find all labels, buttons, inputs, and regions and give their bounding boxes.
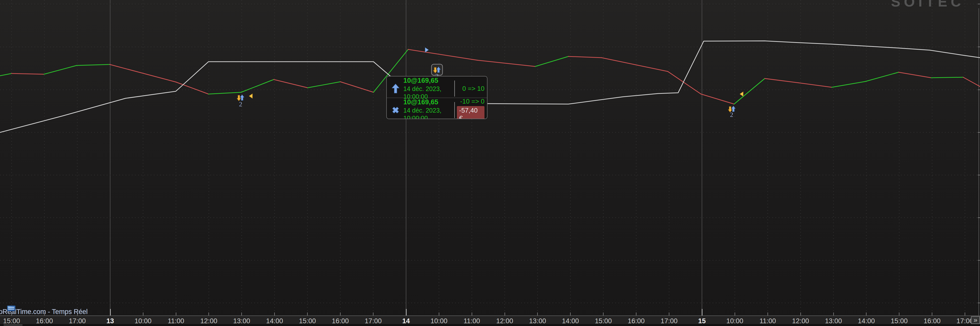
trade-tooltip: 10@169,65 14 déc. 2023, 10:00:00 0 => 10… [386, 76, 487, 119]
time-axis-tick [307, 312, 308, 315]
price-segment [568, 56, 601, 58]
price-segment [274, 79, 308, 88]
time-axis-tick [899, 312, 899, 315]
time-axis-tick [965, 312, 965, 315]
trailing-stop-line [0, 41, 980, 132]
trade-size-price: 10@169,65 [403, 98, 454, 106]
time-axis-tick [669, 312, 669, 315]
chart-plot-area[interactable]: 222 [0, 0, 980, 315]
price-segment [340, 82, 374, 92]
price-segment [832, 81, 865, 87]
time-axis-tick [373, 312, 374, 315]
price-segment [44, 65, 76, 74]
symbol-watermark: SOITEC [891, 0, 964, 10]
price-segment [535, 56, 568, 66]
tooltip-row-entry: 10@169,65 14 déc. 2023, 10:00:00 0 => 10 [387, 76, 487, 98]
price-segment [110, 65, 176, 82]
time-axis-tick [833, 312, 834, 315]
position-change: -10 => 0 [460, 98, 484, 105]
trade-size-price: 10@169,65 [403, 76, 454, 85]
exit-triangle-icon[interactable] [740, 92, 743, 96]
tooltip-row-exit: 10@169,65 14 déc. 2023, 10:00:00 -10 => … [387, 98, 487, 119]
price-segment [76, 65, 110, 65]
trade-count-label: 2 [730, 111, 733, 119]
time-axis-tick [767, 312, 768, 315]
time-axis-tick [472, 312, 472, 315]
price-segment [308, 82, 340, 88]
time-axis-tick [143, 312, 143, 315]
price-segment [701, 94, 734, 104]
time-axis-tick [439, 312, 439, 315]
price-segment [865, 72, 899, 81]
time-axis-tick [176, 312, 176, 315]
time-axis-tick [702, 309, 703, 315]
price-segment [668, 71, 701, 94]
time-axis-tick [800, 312, 801, 315]
horizontal-scrollbar[interactable] [0, 324, 980, 326]
price-segment [899, 72, 931, 78]
price-segment [601, 58, 668, 71]
price-segment [208, 92, 241, 94]
time-axis-tick [504, 312, 505, 315]
time-axis-tick [866, 312, 867, 315]
entry-triangle-icon[interactable] [425, 47, 428, 52]
price-segment [241, 79, 274, 92]
time-axis-tick [932, 312, 932, 315]
time-axis-tick [570, 312, 571, 315]
time-axis-tick [110, 309, 111, 315]
price-segment [765, 79, 798, 83]
price-segment [734, 79, 765, 104]
close-x-icon [388, 106, 403, 114]
fast-forward-button[interactable]: » [971, 316, 980, 324]
price-segment [963, 77, 980, 87]
price-segment [931, 77, 963, 78]
price-segment [176, 82, 208, 94]
price-segment [798, 83, 832, 87]
time-axis-tick [537, 312, 538, 315]
buy-arrow-marker-icon[interactable] [240, 95, 244, 100]
exit-triangle-icon[interactable] [249, 94, 252, 98]
time-axis[interactable]: 15:0016:0017:001310:0011:0012:0013:0014:… [0, 315, 980, 324]
time-axis-tick [636, 312, 636, 315]
sell-arrow-marker-icon[interactable] [237, 95, 241, 101]
trade-count-label: 2 [239, 101, 242, 108]
time-axis-tick [208, 312, 209, 315]
time-axis-tick [340, 312, 340, 315]
price-segment [0, 73, 11, 76]
price-segment [477, 60, 535, 66]
time-axis-tick [241, 312, 242, 315]
time-axis-tick [603, 312, 603, 315]
buy-arrow-icon [388, 84, 403, 93]
trading-chart-window: 222 SOITEC roRealTime.com - Temps Réel 1… [0, 0, 980, 326]
time-axis-tick [274, 312, 275, 315]
time-axis-tick [406, 309, 407, 315]
trade-datetime: 14 déc. 2023, 10:00:00 [403, 106, 454, 119]
time-axis-tick [735, 312, 735, 315]
scrollbar-thumb[interactable] [3, 324, 22, 326]
price-segment [11, 73, 44, 74]
position-change: 0 => 10 [462, 85, 484, 93]
loss-badge: -57,40 € [457, 106, 484, 119]
price-segment [408, 49, 477, 60]
provider-logo-icon [7, 305, 16, 311]
